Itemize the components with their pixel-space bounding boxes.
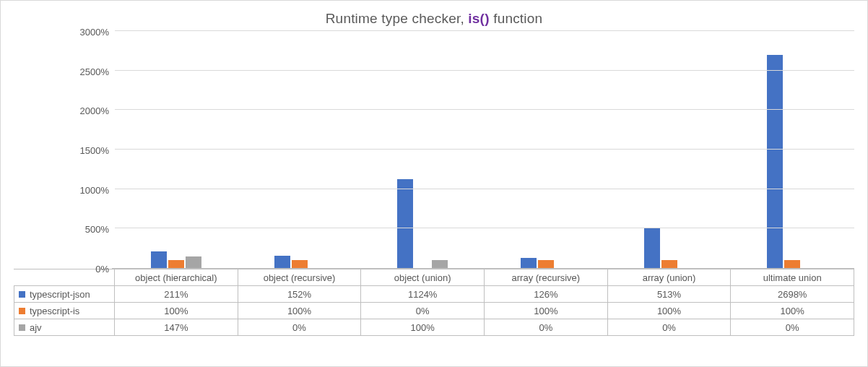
- category-label: object (hierarchical): [115, 269, 238, 286]
- bar: [186, 256, 201, 268]
- plot-area: 0%500%1000%1500%2000%2500%3000%: [14, 31, 854, 269]
- bar-group: [731, 31, 854, 268]
- value-cell: 126%: [485, 286, 607, 303]
- legend-column: typescript-json typescript-is ajv: [14, 269, 115, 336]
- bar: [168, 260, 184, 268]
- value-column: ultimate union2698%100%0%: [731, 269, 854, 336]
- title-accent: is(): [468, 11, 489, 26]
- category-label: object (union): [361, 269, 484, 286]
- value-cell: 100%: [361, 319, 484, 336]
- gridline: [115, 30, 854, 31]
- bar: [432, 260, 448, 268]
- value-cell: 0%: [485, 319, 607, 336]
- bar-cluster: [238, 31, 361, 268]
- legend-item: ajv: [14, 319, 115, 336]
- bar: [151, 251, 167, 268]
- legend-label: typescript-is: [30, 306, 79, 316]
- bar: [644, 228, 660, 268]
- value-column: array (union)513%100%0%: [608, 269, 732, 336]
- value-cell: 0%: [608, 319, 731, 336]
- value-cell: 1124%: [361, 286, 484, 303]
- bar: [661, 260, 677, 268]
- gridline: [115, 189, 854, 189]
- value-cell: 100%: [608, 303, 731, 319]
- legend-item: typescript-is: [14, 303, 115, 319]
- legend-swatch-icon: [19, 308, 25, 314]
- bar: [292, 260, 308, 268]
- value-cell: 100%: [238, 303, 361, 319]
- value-cell: 147%: [115, 319, 238, 336]
- bar-groups: [115, 31, 854, 268]
- value-cell: 211%: [115, 286, 238, 303]
- y-axis: 0%500%1000%1500%2000%2500%3000%: [14, 31, 115, 269]
- y-tick-label: 500%: [85, 224, 109, 235]
- bar-group: [485, 31, 608, 268]
- value-cell: 100%: [115, 303, 238, 319]
- gridline: [115, 70, 854, 71]
- bar-group: [115, 31, 238, 268]
- bar: [521, 258, 537, 268]
- bar: [538, 260, 554, 268]
- legend-label: ajv: [30, 322, 42, 333]
- value-cell: 0%: [361, 303, 484, 319]
- bar: [784, 260, 800, 268]
- value-cell: 152%: [238, 286, 361, 303]
- category-label: array (recursive): [485, 269, 607, 286]
- value-cell: 513%: [608, 286, 731, 303]
- title-suffix: function: [490, 11, 543, 26]
- legend-item: typescript-json: [14, 286, 115, 303]
- bar: [274, 256, 290, 268]
- y-tick-label: 2000%: [80, 105, 109, 116]
- bar-group: [361, 31, 485, 268]
- bar-cluster: [608, 31, 731, 268]
- bar-group: [608, 31, 732, 268]
- y-tick-label: 1500%: [80, 145, 109, 156]
- chart-frame: Runtime type checker, is() function 0%50…: [0, 0, 868, 367]
- value-column: object (union)1124%0%100%: [361, 269, 485, 336]
- plot-canvas: [115, 31, 854, 269]
- value-column: object (recursive)152%100%0%: [238, 269, 362, 336]
- title-prefix: Runtime type checker,: [326, 11, 469, 26]
- value-column: array (recursive)126%100%0%: [485, 269, 608, 336]
- category-label: array (union): [608, 269, 731, 286]
- gridline: [115, 149, 854, 150]
- bar-cluster: [115, 31, 238, 268]
- category-label: ultimate union: [731, 269, 854, 286]
- bar-cluster: [361, 31, 484, 268]
- bar-cluster: [485, 31, 607, 268]
- value-column: object (hierarchical)211%100%147%: [115, 269, 238, 336]
- bar-group: [238, 31, 362, 268]
- bar: [767, 55, 783, 268]
- value-cell: 0%: [238, 319, 361, 336]
- legend-swatch-icon: [19, 324, 25, 331]
- legend-label: typescript-json: [30, 289, 90, 300]
- category-label: object (recursive): [238, 269, 361, 286]
- bar: [397, 179, 413, 268]
- y-tick-label: 0%: [95, 264, 109, 275]
- bar-cluster: [731, 31, 854, 268]
- value-cell: 100%: [731, 303, 854, 319]
- chart-title: Runtime type checker, is() function: [14, 11, 854, 27]
- axis-tick-mark: [112, 268, 115, 269]
- y-tick-label: 3000%: [80, 27, 109, 38]
- gridline: [115, 228, 854, 228]
- value-cell: 100%: [485, 303, 607, 319]
- value-cell: 0%: [731, 319, 854, 336]
- value-columns: object (hierarchical)211%100%147%object …: [115, 269, 854, 336]
- legend-swatch-icon: [19, 291, 25, 298]
- y-tick-label: 1000%: [80, 184, 109, 195]
- value-cell: 2698%: [731, 286, 854, 303]
- data-table: typescript-json typescript-is ajv object…: [14, 269, 854, 336]
- gridline: [115, 109, 854, 110]
- y-tick-label: 2500%: [80, 66, 109, 77]
